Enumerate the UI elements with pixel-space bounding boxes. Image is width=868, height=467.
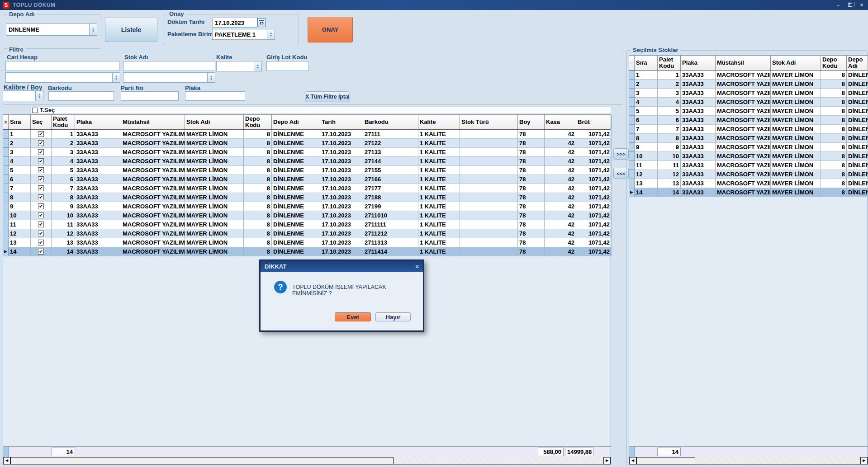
table-row[interactable]: 121233AA33MACROSOFT YAZILIM BİMAYER LİMO… bbox=[629, 170, 868, 179]
close-button[interactable]: × bbox=[858, 2, 865, 8]
restore-button[interactable] bbox=[846, 2, 854, 8]
barkodu-input[interactable] bbox=[48, 91, 114, 101]
table-row[interactable]: 111133AA33MACROSOFT YAZILIM BİMAYER LİMO… bbox=[629, 161, 868, 170]
row-checkbox[interactable]: ✔ bbox=[31, 193, 52, 202]
calendar-icon[interactable]: 15 bbox=[257, 18, 266, 27]
row-checkbox[interactable]: ✔ bbox=[31, 184, 52, 193]
row-checkbox[interactable]: ✔ bbox=[31, 175, 52, 184]
column-header[interactable]: Müstahsil bbox=[121, 115, 185, 129]
clear-filters-button[interactable]: X Tüm Filtre İptal bbox=[305, 91, 350, 102]
column-header[interactable]: Plaka bbox=[681, 56, 716, 70]
stok-adi-combobox[interactable]: ▲▼ bbox=[123, 72, 215, 83]
column-header[interactable]: Palet Kodu bbox=[658, 56, 681, 70]
dialog-close-icon[interactable]: × bbox=[415, 263, 419, 270]
kalite-spinner-icon[interactable]: ▲▼ bbox=[254, 61, 261, 71]
table-row[interactable]: 131333AA33MACROSOFT YAZILIM BİMAYER LİMO… bbox=[629, 179, 868, 188]
scroll-left-icon[interactable]: ◀ bbox=[3, 457, 10, 464]
column-header[interactable]: Plaka bbox=[75, 115, 121, 129]
table-row[interactable]: 6633AA33MACROSOFT YAZILIM BİMAYER LİMON8… bbox=[629, 116, 868, 125]
plaka-input[interactable] bbox=[185, 91, 245, 101]
table-row[interactable]: 3333AA33MACROSOFT YAZILIM BİMAYER LİMON8… bbox=[629, 89, 868, 98]
table-row[interactable]: 8✔833AA33MACROSOFT YAZILIM BİMAYER LİMON… bbox=[3, 193, 611, 202]
column-header[interactable]: Brüt bbox=[576, 115, 612, 129]
dokum-tarihi-field[interactable]: 17.10.2023 bbox=[212, 18, 257, 28]
column-header[interactable]: Kasa bbox=[545, 115, 576, 129]
minimize-button[interactable]: – bbox=[835, 2, 842, 8]
row-checkbox[interactable]: ✔ bbox=[31, 139, 52, 148]
kalite-combobox[interactable]: ▲▼ bbox=[216, 61, 262, 71]
select-all-checkbox[interactable] bbox=[32, 108, 38, 113]
giris-lot-kodu-input[interactable] bbox=[266, 61, 309, 71]
row-checkbox[interactable]: ✔ bbox=[31, 148, 52, 157]
table-row[interactable]: 2✔233AA33MACROSOFT YAZILIM BİMAYER LİMON… bbox=[3, 139, 611, 148]
row-checkbox[interactable]: ✔ bbox=[31, 238, 52, 247]
row-checkbox[interactable]: ✔ bbox=[31, 247, 52, 256]
cari-hesap-combobox[interactable]: ▲▼ bbox=[5, 72, 120, 83]
table-row[interactable]: 101033AA33MACROSOFT YAZILIM BİMAYER LİMO… bbox=[629, 152, 868, 161]
column-header[interactable]: Müstahsil bbox=[716, 56, 771, 70]
row-checkbox[interactable]: ✔ bbox=[31, 229, 52, 238]
paketleme-spinner-icon[interactable]: ▲▼ bbox=[267, 29, 275, 39]
table-row[interactable]: ▶14✔1433AA33MACROSOFT YAZILIM BİMAYER Lİ… bbox=[3, 247, 611, 256]
table-row[interactable]: ▶141433AA33MACROSOFT YAZILIM BİMAYER LİM… bbox=[629, 188, 868, 197]
table-row[interactable]: 4✔433AA33MACROSOFT YAZILIM BİMAYER LİMON… bbox=[3, 157, 611, 166]
column-header[interactable]: Boy bbox=[518, 115, 545, 129]
scroll-thumb[interactable] bbox=[10, 457, 394, 464]
scroll-thumb[interactable] bbox=[636, 457, 695, 464]
scroll-right-icon[interactable]: ▶ bbox=[860, 457, 868, 464]
cari-hesap-input[interactable] bbox=[5, 61, 119, 71]
depo-adi-spinner-icon[interactable]: ▲▼ bbox=[89, 24, 97, 35]
scroll-left-icon[interactable]: ◀ bbox=[629, 457, 636, 464]
column-header[interactable]: Palet Kodu bbox=[52, 115, 75, 129]
cari-hesap-spinner-icon[interactable]: ▲▼ bbox=[112, 73, 120, 82]
table-row[interactable]: 8833AA33MACROSOFT YAZILIM BİMAYER LİMON8… bbox=[629, 134, 868, 143]
table-row[interactable]: 5✔533AA33MACROSOFT YAZILIM BİMAYER LİMON… bbox=[3, 166, 611, 175]
table-row[interactable]: 13✔1333AA33MACROSOFT YAZILIM BİMAYER LİM… bbox=[3, 238, 611, 247]
table-row[interactable]: 6✔633AA33MACROSOFT YAZILIM BİMAYER LİMON… bbox=[3, 175, 611, 184]
column-header[interactable]: Depo Adi bbox=[847, 56, 868, 70]
column-header[interactable]: Stok Türü bbox=[460, 115, 518, 129]
scroll-right-icon[interactable]: ▶ bbox=[603, 457, 611, 464]
kalibre-boy-combobox[interactable]: ▲▼ bbox=[3, 90, 43, 101]
evet-button[interactable]: Evet bbox=[335, 312, 371, 321]
onay-button[interactable]: ONAY bbox=[308, 17, 353, 42]
column-header[interactable]: Sıra bbox=[9, 115, 31, 129]
row-checkbox[interactable]: ✔ bbox=[31, 166, 52, 175]
column-header[interactable]: Sıra bbox=[635, 56, 658, 70]
stok-adi-input[interactable] bbox=[123, 61, 215, 71]
table-row[interactable]: 5533AA33MACROSOFT YAZILIM BİMAYER LİMON8… bbox=[629, 107, 868, 116]
column-header[interactable]: Kalite bbox=[418, 115, 460, 129]
stok-adi-spinner-icon[interactable]: ▲▼ bbox=[207, 73, 215, 82]
column-header[interactable]: Seç bbox=[31, 115, 52, 129]
table-row[interactable]: 9✔933AA33MACROSOFT YAZILIM BİMAYER LİMON… bbox=[3, 202, 611, 211]
table-row[interactable]: 11✔1133AA33MACROSOFT YAZILIM BİMAYER LİM… bbox=[3, 220, 611, 229]
column-header[interactable]: Barkodu bbox=[363, 115, 418, 129]
listele-button[interactable]: Listele bbox=[105, 18, 157, 42]
table-row[interactable]: 7733AA33MACROSOFT YAZILIM BİMAYER LİMON8… bbox=[629, 125, 868, 134]
row-checkbox[interactable]: ✔ bbox=[31, 202, 52, 211]
table-row[interactable]: 2233AA33MACROSOFT YAZILIM BİMAYER LİMON8… bbox=[629, 80, 868, 89]
depo-adi-combobox[interactable]: DİNLENME ▲▼ bbox=[6, 24, 97, 36]
column-header[interactable]: Stok Adi bbox=[185, 115, 244, 129]
column-header[interactable]: Depo Kodu bbox=[821, 56, 847, 70]
parti-no-input[interactable] bbox=[121, 91, 179, 101]
table-row[interactable]: 3✔333AA33MACROSOFT YAZILIM BİMAYER LİMON… bbox=[3, 148, 611, 157]
table-row[interactable]: 10✔1033AA33MACROSOFT YAZILIM BİMAYER LİM… bbox=[3, 211, 611, 220]
row-checkbox[interactable]: ✔ bbox=[31, 220, 52, 229]
table-row[interactable]: 7✔733AA33MACROSOFT YAZILIM BİMAYER LİMON… bbox=[3, 184, 611, 193]
row-checkbox[interactable]: ✔ bbox=[31, 130, 52, 139]
table-row[interactable]: 1✔133AA33MACROSOFT YAZILIM BİMAYER LİMON… bbox=[3, 130, 611, 139]
column-header[interactable]: Depo Adi bbox=[272, 115, 320, 129]
column-header[interactable]: Tarih bbox=[320, 115, 363, 129]
column-header[interactable]: Depo Kodu bbox=[244, 115, 272, 129]
selected-grid-hscrollbar[interactable]: ◀ ▶ bbox=[629, 457, 868, 464]
table-row[interactable]: 9933AA33MACROSOFT YAZILIM BİMAYER LİMON8… bbox=[629, 143, 868, 152]
table-row[interactable]: 4433AA33MACROSOFT YAZILIM BİMAYER LİMON8… bbox=[629, 98, 868, 107]
paketleme-birimi-combobox[interactable]: PAKETLEME 1 ▲▼ bbox=[212, 29, 275, 40]
hayir-button[interactable]: Hayır bbox=[375, 312, 411, 321]
table-row[interactable]: 12✔1233AA33MACROSOFT YAZILIM BİMAYER LİM… bbox=[3, 229, 611, 238]
row-checkbox[interactable]: ✔ bbox=[31, 211, 52, 220]
stocks-grid-hscrollbar[interactable]: ◀ ▶ bbox=[3, 457, 611, 464]
kalibre-boy-spinner-icon[interactable]: ▲▼ bbox=[35, 91, 43, 101]
row-checkbox[interactable]: ✔ bbox=[31, 157, 52, 166]
